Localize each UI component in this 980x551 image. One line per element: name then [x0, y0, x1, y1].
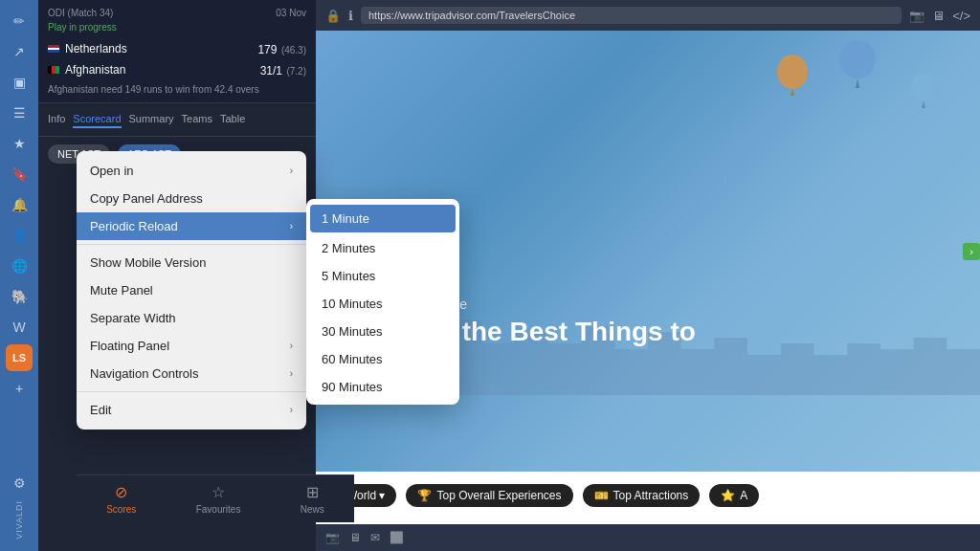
app-container: ✏ ↗ ▣ ☰ ★ 🔖 🔔 👤 🌐 🐘 W LS + ⚙ VIVALDI ODI… — [0, 0, 980, 551]
panel-bottom-tabs: ⊘ Scores ☆ Favourites ⊞ News — [77, 474, 354, 522]
panel-area: ODI (Match 34) 03 Nov Play in progress N… — [38, 0, 316, 551]
sidebar-icon-panel[interactable]: ▣ — [6, 69, 33, 96]
menu-mute-panel[interactable]: Mute Panel — [77, 276, 306, 304]
tab-table[interactable]: Table — [220, 111, 245, 128]
navigation-controls-arrow: › — [290, 368, 293, 379]
play-status: Play in progress — [48, 22, 306, 33]
url-bar[interactable]: https://www.tripadvisor.com/TravelersCho… — [361, 7, 902, 24]
tab-teams[interactable]: Teams — [182, 111, 212, 128]
panel-tab-news[interactable]: ⊞ News — [301, 483, 324, 515]
flag-afghanistan — [48, 66, 59, 74]
status-tab-icon: ⬜ — [390, 531, 404, 544]
balloon-3 — [909, 74, 938, 110]
periodic-reload-arrow: › — [290, 221, 293, 231]
team-score-nl: 179 — [257, 43, 277, 56]
menu-open-in-label: Open in — [90, 164, 134, 178]
award-icon: ⭐ — [721, 489, 735, 502]
tab-summary[interactable]: Summary — [129, 111, 174, 128]
sidebar-icon-user[interactable]: 👤 — [6, 222, 33, 249]
status-bar: 📷 🖥 ✉ ⬜ — [316, 524, 980, 551]
team-detail-af: (7.2) — [286, 66, 306, 77]
sidebar-icon-mastodon[interactable]: 🐘 — [6, 283, 33, 310]
award-filter[interactable]: ⭐ A — [709, 484, 759, 507]
navigation-controls-label: Navigation Controls — [90, 366, 198, 381]
copy-panel-address-label: Copy Panel Address — [90, 191, 203, 206]
flag-netherlands — [48, 45, 59, 53]
context-menu: Open in › Copy Panel Address Periodic Re… — [77, 151, 306, 430]
sidebar-icon-add[interactable]: + — [6, 375, 33, 402]
sidebar-icon-bell[interactable]: 🔔 — [6, 191, 33, 218]
sidebar-icon-ls[interactable]: LS — [6, 344, 33, 371]
menu-separator-1 — [77, 244, 306, 245]
tab-info[interactable]: Info — [48, 111, 65, 128]
scores-label: Scores — [106, 504, 136, 515]
sidebar-icon-settings[interactable]: ⚙ — [6, 470, 33, 496]
scores-icon: ⊘ — [115, 483, 127, 501]
floating-panel-arrow: › — [290, 341, 293, 351]
news-label: News — [301, 504, 324, 515]
periodic-reload-submenu: 1 Minute 2 Minutes 5 Minutes 10 Minutes … — [306, 199, 459, 405]
info-icon: ℹ — [348, 9, 353, 23]
need-text: Afghanistan need 149 runs to win from 42… — [48, 84, 306, 95]
floating-panel-label: Floating Panel — [90, 339, 169, 353]
green-arrow-indicator[interactable]: › — [963, 243, 980, 260]
status-monitor-icon: 🖥 — [349, 531, 361, 544]
team-row-af: Afghanistan 31/1 (7.2) — [48, 59, 306, 80]
menu-edit[interactable]: Edit › — [77, 396, 306, 424]
ticket-icon: 🎫 — [594, 489, 609, 502]
sidebar-icon-wikipedia[interactable]: W — [6, 314, 33, 341]
menu-show-mobile[interactable]: Show Mobile Version — [77, 249, 306, 276]
separate-width-label: Separate Width — [90, 311, 176, 325]
submenu-10-minutes[interactable]: 10 Minutes — [306, 290, 459, 318]
edit-arrow: › — [290, 405, 293, 415]
balloon-1 — [775, 55, 810, 97]
lock-icon: 🔒 — [325, 9, 341, 23]
menu-navigation-controls[interactable]: Navigation Controls › — [77, 360, 306, 387]
submenu-30-minutes[interactable]: 30 Minutes — [306, 318, 459, 345]
submenu-2-minutes[interactable]: 2 Minutes — [306, 234, 459, 262]
sidebar-icon-bookmark[interactable]: 🔖 — [6, 161, 33, 187]
submenu-60-minutes[interactable]: 60 Minutes — [306, 345, 459, 373]
submenu-90-minutes[interactable]: 90 Minutes — [306, 373, 459, 401]
menu-floating-panel[interactable]: Floating Panel › — [77, 332, 306, 360]
status-screenshot-icon: 📷 — [325, 531, 340, 544]
sidebar-icon-edit[interactable]: ✏ — [6, 8, 33, 34]
match-date: 03 Nov — [276, 8, 306, 18]
panel-tab-favourites[interactable]: ☆ Favourites — [196, 483, 241, 515]
mute-panel-label: Mute Panel — [90, 283, 153, 298]
svg-point-0 — [777, 55, 808, 89]
top-attractions-filter[interactable]: 🎫 Top Attractions — [583, 484, 701, 507]
svg-point-1 — [839, 40, 876, 78]
tab-scorecard[interactable]: Scorecard — [73, 111, 121, 128]
top-overall-filter[interactable]: 🏆 Top Overall Experiences — [406, 484, 572, 507]
periodic-reload-label: Periodic Reload — [90, 219, 178, 233]
panel-tab-scores[interactable]: ⊘ Scores — [106, 483, 136, 515]
edit-label: Edit — [90, 403, 111, 417]
sidebar-icon-star[interactable]: ★ — [6, 130, 33, 157]
nav-tabs: Info Scorecard Summary Teams Table — [38, 103, 316, 137]
vivaldi-label: VIVALDI — [14, 500, 24, 540]
menu-periodic-reload[interactable]: Periodic Reload › — [77, 212, 306, 240]
favourites-icon: ☆ — [212, 483, 225, 501]
team-name-nl: Netherlands — [48, 42, 127, 55]
camera-icon: 📷 — [909, 9, 924, 23]
menu-copy-panel-address[interactable]: Copy Panel Address — [77, 185, 306, 212]
menu-separator-2 — [77, 391, 306, 392]
code-icon: </> — [952, 9, 970, 23]
top-attractions-label: Top Attractions — [613, 489, 689, 502]
svg-point-2 — [911, 74, 936, 100]
news-icon: ⊞ — [306, 483, 319, 501]
menu-open-in[interactable]: Open in › — [77, 157, 306, 185]
sidebar-icon-menu[interactable]: ☰ — [6, 99, 33, 126]
show-mobile-label: Show Mobile Version — [90, 255, 206, 270]
submenu-5-minutes[interactable]: 5 Minutes — [306, 262, 459, 290]
submenu-1-minute[interactable]: 1 Minute — [310, 205, 456, 232]
menu-separate-width[interactable]: Separate Width — [77, 304, 306, 332]
sidebar-icon-external[interactable]: ↗ — [6, 38, 33, 65]
open-in-arrow: › — [290, 165, 293, 176]
team-name-af: Afghanistan — [48, 63, 125, 77]
status-mail-icon: ✉ — [370, 531, 380, 544]
trophy-icon: 🏆 — [417, 489, 432, 502]
sidebar-icon-globe[interactable]: 🌐 — [6, 253, 33, 279]
browser-toolbar: 🔒 ℹ https://www.tripadvisor.com/Traveler… — [316, 0, 980, 31]
